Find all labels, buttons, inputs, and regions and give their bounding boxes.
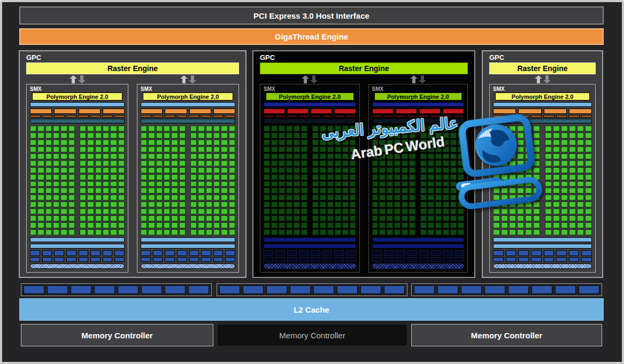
cuda-core-cell (387, 181, 393, 187)
dispatch-unit-segment (383, 115, 394, 118)
cuda-core-cell (164, 195, 170, 200)
cuda-core-cell (286, 181, 292, 187)
cuda-core-cell (569, 202, 576, 207)
core-grid-gutter (541, 202, 544, 207)
core-grid-gutter (76, 126, 79, 131)
cuda-core-cell (110, 208, 117, 214)
cuda-core-cell (45, 133, 52, 138)
rop-segment (437, 285, 458, 294)
cuda-core-cell (103, 153, 109, 159)
cuda-core-cell (179, 140, 186, 145)
cuda-core-cell (229, 208, 235, 214)
cuda-core-cell (141, 126, 147, 131)
cuda-core-cell (68, 202, 75, 207)
cuda-core-cell (577, 160, 584, 166)
cuda-core-cell (279, 222, 285, 228)
cuda-core-cell (190, 174, 197, 180)
cuda-core-cell (553, 174, 560, 180)
flow-arrows-icon (69, 75, 86, 83)
load-store-segment (493, 250, 504, 256)
cuda-core-cell (118, 222, 125, 228)
cuda-core-cell (141, 174, 147, 180)
cuda-core-cell (517, 188, 524, 193)
cuda-core-cell (30, 188, 36, 193)
cuda-core-cell (517, 126, 524, 131)
cuda-core-cell (493, 195, 500, 200)
cuda-core-cell (350, 174, 356, 180)
cuda-core-cell (409, 229, 415, 235)
cuda-core-cell (87, 208, 94, 214)
cuda-core-cell (327, 215, 334, 221)
core-grid-gutter (541, 140, 544, 145)
cuda-core-cell (509, 229, 516, 235)
cuda-core-cell (156, 133, 163, 138)
cuda-core-cell (229, 174, 235, 180)
cuda-core-cell (294, 174, 300, 180)
cuda-core-cell (545, 229, 552, 235)
cuda-core-cell (342, 133, 349, 138)
cuda-core-cell (221, 215, 227, 221)
cuda-core-cell (118, 153, 125, 159)
rop-segment (118, 285, 138, 294)
cuda-core-cell (509, 215, 516, 221)
core-grid-gutter (417, 174, 419, 180)
core-grid-gutter (417, 140, 419, 145)
cuda-core-cell (327, 202, 334, 207)
cuda-core-cell (80, 146, 86, 152)
cuda-core-cell (156, 174, 163, 180)
cuda-core-cell (327, 167, 334, 173)
cuda-core-cell (335, 188, 341, 193)
core-grid-gutter (309, 174, 311, 180)
cuda-core-cell (320, 160, 326, 166)
cuda-core-cell (68, 208, 75, 214)
sfu-segment (334, 257, 344, 262)
cuda-core-cell (264, 202, 270, 207)
cuda-core-cell (179, 208, 186, 214)
dispatch-unit-segment (454, 115, 464, 118)
cuda-core-cell (156, 222, 163, 228)
warp-scheduler-segment (334, 109, 356, 114)
core-grid-gutter (417, 222, 419, 228)
cuda-core-cell (350, 146, 356, 152)
cuda-core-cell (45, 167, 52, 173)
cuda-core-cell (264, 133, 270, 138)
cuda-core-cell (435, 215, 442, 221)
core-grid-gutter (76, 140, 79, 145)
cuda-core-cell (561, 133, 568, 138)
cuda-core-cell (394, 181, 400, 187)
core-grid-gutter (309, 167, 311, 173)
smx-label: SMX (493, 86, 592, 92)
core-grid-gutter (187, 222, 189, 228)
dispatch-unit-segment (395, 115, 405, 118)
texture-cache-bar (141, 264, 235, 269)
sfu-segment (518, 257, 529, 262)
cuda-core-cell (320, 202, 326, 207)
cuda-core-cell (493, 133, 500, 138)
cuda-core-cell (60, 229, 67, 235)
cuda-core-cell (110, 174, 117, 180)
cuda-core-cell (213, 208, 220, 214)
cuda-core-cell (110, 140, 117, 145)
cuda-core-cell (372, 181, 379, 187)
cuda-core-cell (156, 215, 163, 221)
cuda-core-cell (320, 229, 326, 235)
cuda-core-cell (286, 133, 292, 138)
cuda-core-cell (561, 222, 568, 228)
cuda-core-cell (179, 215, 186, 221)
cuda-core-cell (286, 160, 292, 166)
cuda-core-cell (458, 126, 464, 131)
cuda-core-cell (164, 146, 170, 152)
cuda-core-cell (110, 215, 117, 221)
cuda-core-cell (312, 153, 319, 159)
cuda-core-cell (279, 202, 285, 207)
texture-cache-bar (30, 264, 125, 269)
cuda-core-cell (517, 222, 524, 228)
dispatch-unit-segment (264, 115, 274, 118)
dispatch-unit-segment-row (264, 115, 356, 118)
cuda-core-cell (271, 222, 278, 228)
cuda-core-cell (420, 167, 427, 173)
cuda-core-cell (320, 222, 326, 228)
cuda-core-cell (509, 140, 516, 145)
cuda-core-cell (501, 167, 508, 173)
cuda-core-cell (493, 174, 500, 180)
